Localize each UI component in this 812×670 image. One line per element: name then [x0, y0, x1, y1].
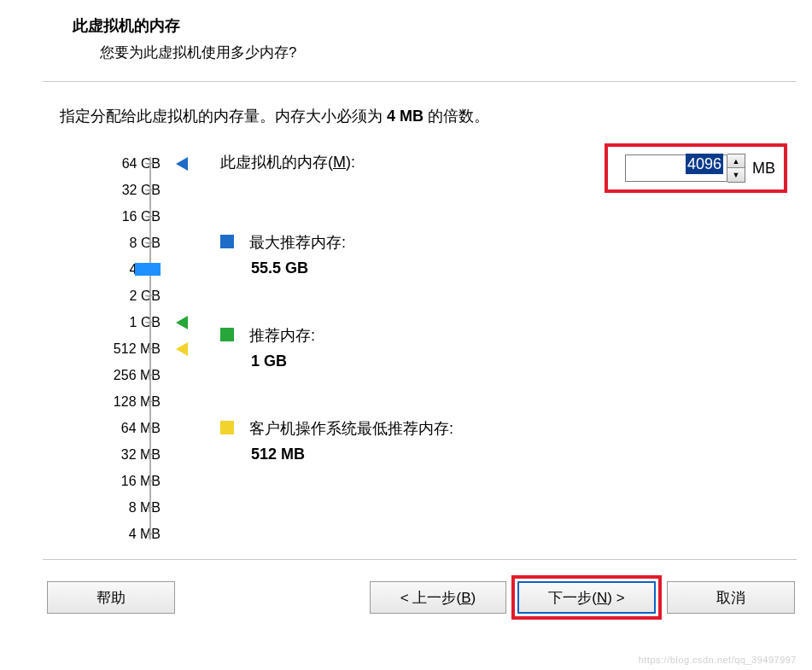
recommended-memory-marker-icon	[176, 316, 188, 329]
memory-spin-down-button[interactable]: ▼	[727, 168, 745, 182]
slider-tick-label: 32 GB	[50, 177, 161, 203]
back-button[interactable]: < 上一步(B)	[370, 581, 506, 614]
square-green-icon	[220, 328, 234, 341]
memory-slider-thumb[interactable]	[135, 263, 161, 276]
slider-tick	[145, 401, 155, 402]
memory-info-column: 此虚拟机的内存(M): 最大推荐内存: 55.5 GB 推荐内存: 1 GB 客…	[220, 152, 767, 511]
max-memory-marker-icon	[176, 157, 188, 171]
slider-tick-label: 4 MB	[50, 521, 161, 547]
slider-tick	[145, 216, 155, 217]
slider-tick	[145, 507, 155, 508]
slider-tick-label: 512 MB	[50, 335, 161, 362]
slider-tick	[145, 375, 155, 376]
next-button[interactable]: 下一步(N) >	[517, 581, 656, 614]
slider-tick	[145, 189, 155, 190]
slider-tick	[145, 481, 155, 481]
cancel-button[interactable]: 取消	[667, 581, 795, 614]
slider-tick-label: 8 MB	[50, 494, 161, 521]
slider-tick	[145, 533, 155, 534]
memory-input-highlight: 4096 ▲ ▼ MB	[605, 143, 787, 193]
slider-tick-label: 128 MB	[50, 388, 161, 415]
wizard-header: 此虚拟机的内存 您要为此虚拟机使用多少内存?	[0, 0, 812, 81]
square-blue-icon	[220, 235, 234, 248]
memory-input[interactable]: 4096	[625, 154, 727, 182]
slider-tick-label: 1 GB	[50, 309, 161, 335]
slider-tick-label: 16 GB	[50, 203, 161, 230]
page-subtitle: 您要为此虚拟机使用多少内存?	[73, 43, 812, 62]
slider-tick	[145, 322, 155, 323]
help-button[interactable]: 帮助	[47, 581, 175, 614]
min-memory-marker-icon	[176, 342, 188, 356]
slider-tick-label: 8 GB	[50, 230, 161, 256]
slider-tick	[145, 348, 155, 349]
slider-tick-label: 256 MB	[50, 362, 161, 388]
memory-spin-up-button[interactable]: ▲	[727, 154, 745, 168]
description-text: 指定分配给此虚拟机的内存量。内存大小必须为 4 MB 的倍数。	[0, 82, 812, 137]
slider-tick	[145, 454, 155, 455]
slider-tick	[145, 428, 155, 428]
slider-tick	[145, 163, 155, 164]
memory-spinner: ▲ ▼	[727, 154, 745, 183]
next-button-highlight: 下一步(N) >	[511, 575, 662, 620]
slider-tick-label: 64 MB	[50, 415, 161, 441]
square-yellow-icon	[220, 421, 234, 434]
legend-max: 最大推荐内存: 55.5 GB	[220, 232, 767, 277]
legend-min: 客户机操作系统最低推荐内存: 512 MB	[220, 418, 767, 463]
slider-tick-labels: 64 GB32 GB16 GB8 GB4 GB2 GB1 GB512 MB256…	[50, 150, 161, 547]
slider-tick-label: 32 MB	[50, 441, 161, 468]
wizard-footer: 帮助 < 上一步(B) 下一步(N) > 取消	[0, 560, 812, 620]
watermark-text: https://blog.csdn.net/qq_39497997	[639, 655, 797, 665]
content-area: 64 GB32 GB16 GB8 GB4 GB2 GB1 GB512 MB256…	[0, 137, 812, 559]
slider-tick-label: 16 MB	[50, 468, 161, 494]
slider-tick-label: 2 GB	[50, 283, 161, 309]
slider-tick	[145, 295, 155, 296]
slider-tick	[145, 242, 155, 243]
legend-recommended: 推荐内存: 1 GB	[220, 325, 767, 370]
slider-tick-label: 64 GB	[50, 150, 161, 177]
page-title: 此虚拟机的内存	[73, 15, 812, 36]
memory-unit-label: MB	[752, 160, 775, 178]
